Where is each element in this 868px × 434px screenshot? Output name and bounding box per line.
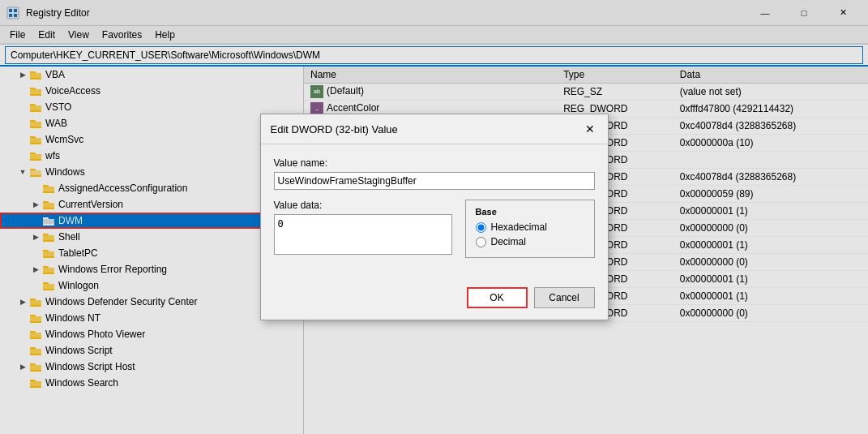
value-data-wrap: Value data:	[274, 200, 452, 258]
radio-decimal[interactable]: Decimal	[476, 236, 584, 247]
cancel-button[interactable]: Cancel	[534, 287, 595, 308]
radio-hexadecimal[interactable]: Hexadecimal	[476, 221, 584, 233]
radio-hex-label: Hexadecimal	[491, 221, 547, 233]
edit-dword-dialog: Edit DWORD (32-bit) Value ✕ Value name: …	[260, 114, 609, 320]
dialog-buttons: OK Cancel	[261, 281, 608, 320]
dialog-title-bar: Edit DWORD (32-bit) Value ✕	[261, 114, 608, 144]
value-data-label: Value data:	[274, 200, 452, 211]
value-data-input[interactable]	[274, 214, 452, 255]
value-name-input[interactable]	[274, 172, 595, 190]
dialog-value-row: Value data: Base Hexadecimal Decimal	[274, 200, 595, 258]
value-name-label: Value name:	[274, 157, 595, 169]
radio-dec-label: Decimal	[491, 236, 526, 247]
dialog-body: Value name: Value data: Base Hexadecimal…	[261, 144, 608, 281]
dialog-close-button[interactable]: ✕	[582, 121, 598, 137]
radio-dec-input[interactable]	[476, 237, 486, 247]
dialog-title: Edit DWORD (32-bit) Value	[271, 123, 398, 135]
radio-hex-input[interactable]	[476, 222, 486, 233]
dialog-overlay: Edit DWORD (32-bit) Value ✕ Value name: …	[0, 0, 868, 434]
base-label: Base	[476, 207, 584, 217]
base-group: Base Hexadecimal Decimal	[465, 200, 595, 258]
ok-button[interactable]: OK	[467, 287, 528, 308]
